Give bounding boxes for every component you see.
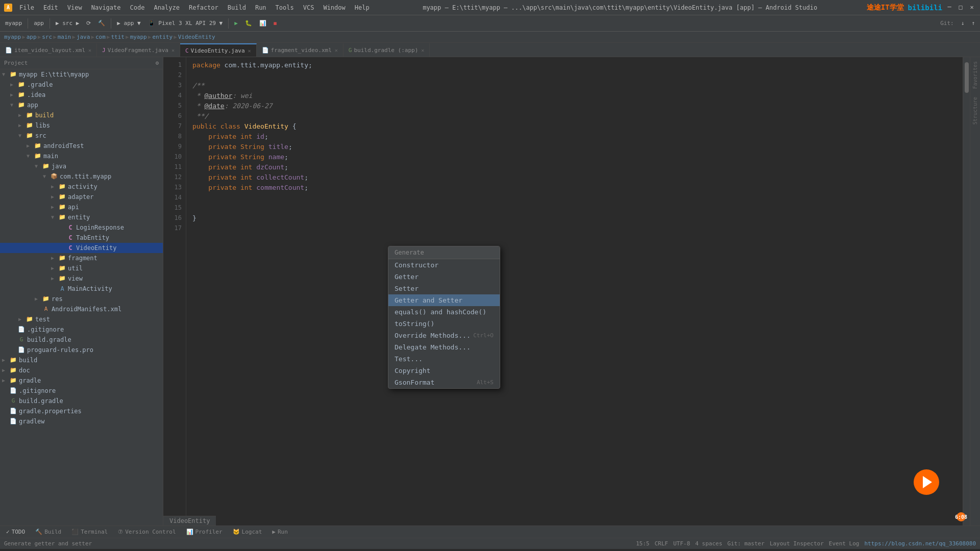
tab-fragment-video[interactable]: 📄 fragment_video.xml ✕: [257, 43, 344, 57]
tree-item-gradle-props[interactable]: ▶ 📄 gradle.properties: [0, 406, 163, 416]
tree-item-proguard[interactable]: ▶ 📄 proguard-rules.pro: [0, 345, 163, 355]
menu-vcs[interactable]: VCS: [299, 3, 318, 12]
tree-item-adapter[interactable]: ▶ 📁 adapter: [0, 192, 163, 202]
tab-video-fragment[interactable]: J VideoFragment.java ✕: [97, 43, 180, 57]
status-line-ending[interactable]: CRLF: [654, 540, 668, 547]
tree-item-loginresponse[interactable]: ▶ C LoginResponse: [0, 222, 163, 233]
generate-constructor[interactable]: Constructor: [388, 259, 500, 271]
tree-item-gradle[interactable]: ▶ 📁 .gradle: [0, 80, 163, 90]
tree-item-build-app[interactable]: ▶ 📁 build: [0, 110, 163, 120]
right-icon-structure[interactable]: Structure: [972, 95, 978, 127]
tree-item-myapp[interactable]: ▼ 📁 myapp E:\ttit\myapp: [0, 69, 163, 80]
status-git[interactable]: Git: master: [727, 540, 765, 547]
tree-item-fragment[interactable]: ▶ 📁 fragment: [0, 253, 163, 263]
tree-item-buildgradle-app[interactable]: ▶ G build.gradle: [0, 335, 163, 345]
editor-scrollbar[interactable]: [963, 57, 970, 525]
menu-bar[interactable]: File Edit View Navigate Code Analyze Ref…: [15, 3, 374, 12]
tree-item-tabentity[interactable]: ▶ C TabEntity: [0, 233, 163, 243]
tree-item-gradlew[interactable]: ▶ 📄 gradlew: [0, 416, 163, 427]
tree-item-doc[interactable]: ▶ 📁 doc: [0, 365, 163, 375]
breadcrumb-entity[interactable]: entity: [152, 34, 173, 40]
tree-item-buildgradle-root[interactable]: ▶ G build.gradle: [0, 396, 163, 406]
tree-item-view[interactable]: ▶ 📁 view: [0, 273, 163, 284]
breadcrumb-myapp[interactable]: myapp: [4, 34, 21, 40]
tree-item-entity[interactable]: ▼ 📁 entity: [0, 212, 163, 222]
menu-code[interactable]: Code: [126, 3, 149, 12]
bottom-tab-version-control[interactable]: ⑦ Version Control: [114, 528, 180, 536]
toolbar-app-btn[interactable]: app: [31, 19, 47, 28]
tree-item-build-root[interactable]: ▶ 📁 build: [0, 355, 163, 365]
tree-item-gitignore-root[interactable]: ▶ 📄 .gitignore: [0, 386, 163, 396]
status-url[interactable]: https://blog.csdn.net/qq_33608080: [864, 540, 976, 547]
tree-item-gradle-root[interactable]: ▶ 📁 gradle: [0, 375, 163, 386]
tree-item-videoentity[interactable]: ▶ C VideoEntity: [0, 243, 163, 253]
tree-item-api[interactable]: ▶ 📁 api: [0, 202, 163, 212]
tree-item-libs[interactable]: ▶ 📁 libs: [0, 120, 163, 131]
code-editor[interactable]: package com.ttit.myapp.entity; /** * @au…: [186, 57, 963, 525]
debug-button[interactable]: 🐛: [242, 19, 255, 28]
breadcrumb-main[interactable]: main: [58, 34, 71, 40]
generate-equals[interactable]: equals() and hashCode(): [388, 306, 500, 318]
generate-getter[interactable]: Getter: [388, 271, 500, 283]
window-controls[interactable]: ─ □ ✕: [945, 4, 976, 12]
tree-item-idea[interactable]: ▶ 📁 .idea: [0, 90, 163, 100]
bottom-tab-run[interactable]: ▶ Run: [268, 528, 292, 536]
generate-override[interactable]: Override Methods... Ctrl+O: [388, 330, 500, 341]
menu-run[interactable]: Run: [251, 3, 271, 12]
tree-item-main[interactable]: ▼ 📁 main: [0, 151, 163, 161]
tree-item-com-ttit-myapp[interactable]: ▼ 📦 com.ttit.myapp: [0, 171, 163, 182]
menu-navigate[interactable]: Navigate: [87, 3, 125, 12]
sidebar-gear-icon[interactable]: ⚙: [155, 60, 159, 66]
tree-item-gitignore-app[interactable]: ▶ 📄 .gitignore: [0, 324, 163, 335]
menu-build[interactable]: Build: [224, 3, 250, 12]
bilibili-play-button[interactable]: [914, 469, 939, 495]
bottom-tab-terminal[interactable]: ⬛ Terminal: [67, 528, 112, 536]
run-button[interactable]: ▶: [231, 19, 241, 28]
generate-delegate[interactable]: Delegate Methods...: [388, 341, 500, 353]
breadcrumb-java[interactable]: java: [77, 34, 90, 40]
menu-window[interactable]: Window: [319, 3, 349, 12]
tree-item-java[interactable]: ▼ 📁 java: [0, 161, 163, 171]
minimize-button[interactable]: ─: [945, 4, 953, 12]
sync-btn[interactable]: ⟳: [83, 19, 94, 28]
make-btn[interactable]: 🔨: [95, 19, 108, 28]
tab-item-video-close[interactable]: ✕: [88, 47, 91, 53]
profile-button[interactable]: 📊: [256, 19, 270, 28]
maximize-button[interactable]: □: [957, 4, 965, 12]
bottom-tab-todo[interactable]: ✓ TODO: [2, 528, 29, 536]
generate-setter[interactable]: Setter: [388, 283, 500, 294]
tab-build-gradle[interactable]: G build.gradle (:app) ✕: [344, 43, 430, 57]
device-selector[interactable]: 📱 Pixel 3 XL API 29 ▼: [145, 19, 226, 28]
tree-item-res[interactable]: ▶ 📁 res: [0, 294, 163, 304]
tab-fragmentvideo-close[interactable]: ✕: [335, 47, 338, 53]
tree-item-src[interactable]: ▼ 📁 src: [0, 131, 163, 141]
breadcrumb-myapp2[interactable]: myapp: [130, 34, 147, 40]
generate-copyright[interactable]: Copyright: [388, 365, 500, 377]
close-button[interactable]: ✕: [968, 4, 976, 12]
menu-file[interactable]: File: [15, 3, 38, 12]
bottom-tab-logcat[interactable]: 🐱 Logcat: [229, 528, 266, 536]
stop-button[interactable]: ◼: [271, 19, 280, 28]
menu-tools[interactable]: Tools: [272, 3, 298, 12]
status-indent[interactable]: 4 spaces: [695, 540, 722, 547]
breadcrumb-videoentity[interactable]: VideoEntity: [178, 34, 215, 40]
scrollbar-thumb[interactable]: [965, 62, 969, 93]
git-update-btn[interactable]: ↓: [958, 19, 968, 28]
bottom-tab-build[interactable]: 🔨 Build: [31, 528, 65, 536]
breadcrumb-app[interactable]: app: [27, 34, 37, 40]
tab-videofragment-close[interactable]: ✕: [172, 47, 175, 53]
notification-badge[interactable]: 6:08: [957, 512, 966, 521]
breadcrumb-src[interactable]: src: [42, 34, 52, 40]
breadcrumb-ttit[interactable]: ttit: [111, 34, 125, 40]
tab-item-video-layout[interactable]: 📄 item_video_layout.xml ✕: [0, 43, 97, 57]
toolbar-src-btn[interactable]: ▶ src ▶: [53, 19, 82, 28]
menu-view[interactable]: View: [63, 3, 86, 12]
tree-item-activity[interactable]: ▶ 📁 activity: [0, 182, 163, 192]
toolbar-project-btn[interactable]: myapp: [2, 19, 25, 28]
menu-help[interactable]: Help: [351, 3, 374, 12]
tree-item-mainactivity[interactable]: ▶ A MainActivity: [0, 284, 163, 294]
run-config-selector[interactable]: ▶ app ▼: [114, 19, 143, 28]
generate-getter-setter[interactable]: Getter and Setter: [388, 294, 500, 306]
menu-edit[interactable]: Edit: [39, 3, 62, 12]
right-icon-favorites[interactable]: Favorites: [972, 59, 978, 91]
